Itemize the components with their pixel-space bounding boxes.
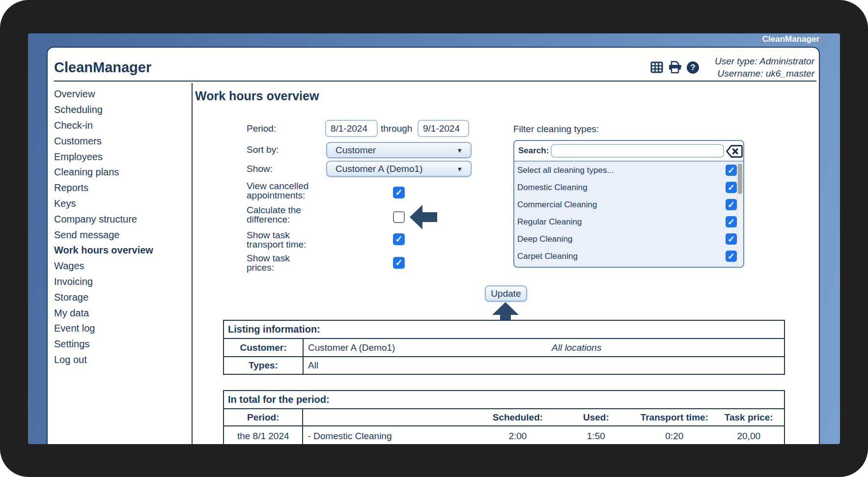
- filter-checkbox-regular-cleaning[interactable]: ✓: [726, 216, 737, 227]
- period-to-input[interactable]: [418, 120, 469, 137]
- totals-column-scheduled: Scheduled:: [478, 409, 557, 425]
- sidebar-item-work-hours-overview[interactable]: Work hours overview: [54, 243, 188, 258]
- app-title: CleanManager: [54, 59, 151, 76]
- table-grid-icon[interactable]: [650, 61, 663, 75]
- sidebar-item-settings[interactable]: Settings: [54, 337, 188, 352]
- totals-cell-transport: 0:20: [635, 426, 713, 444]
- search-input[interactable]: [551, 144, 724, 158]
- customer-label: Customer:: [224, 339, 304, 356]
- totals-column-used: Used:: [557, 409, 635, 425]
- user-info: User type: Administrator Username: uk6_m…: [715, 55, 814, 80]
- filter-item-regular-cleaning[interactable]: Regular Cleaning✓: [514, 213, 743, 230]
- sidebar-item-invoicing[interactable]: Invoicing: [54, 274, 188, 290]
- listing-title: Listing information:: [224, 321, 320, 338]
- totals-column-description: [303, 409, 478, 425]
- filter-item-label: Commercial Cleaning: [517, 200, 597, 210]
- show-label: Show:: [247, 164, 273, 173]
- chevron-down-icon: ▼: [456, 166, 463, 173]
- scrollbar-thumb[interactable]: [738, 164, 742, 194]
- calculate-difference-checkbox[interactable]: [393, 211, 405, 223]
- filter-panel: Search: Select all cleaning types...✓Dom…: [513, 140, 744, 268]
- sidebar-item-customers[interactable]: Customers: [54, 133, 188, 149]
- filter-checkbox-carpet-cleaning[interactable]: ✓: [726, 251, 737, 262]
- filter-item-label: Select all cleaning types...: [517, 166, 614, 175]
- sidebar-item-employees[interactable]: Employees: [54, 149, 188, 165]
- period-from-input[interactable]: [325, 120, 378, 137]
- sidebar-item-company-structure[interactable]: Company structure: [54, 211, 188, 227]
- filter-checkbox-domestic-cleaning[interactable]: ✓: [726, 182, 737, 193]
- sidebar-item-keys[interactable]: Keys: [54, 196, 188, 212]
- printer-icon[interactable]: [668, 61, 682, 76]
- filter-title: Filter cleaning types:: [513, 124, 599, 135]
- device-frame: CleanManager CleanManager: [0, 0, 868, 477]
- totals-title: In total for the period:: [224, 391, 330, 408]
- types-label: Types:: [224, 357, 304, 374]
- sidebar-item-wages[interactable]: Wages: [54, 258, 188, 274]
- app-window: CleanManager CleanManager: [28, 33, 840, 444]
- sort-by-label: Sort by:: [247, 145, 279, 154]
- update-button[interactable]: Update: [485, 285, 527, 302]
- help-glyph: ?: [690, 63, 695, 73]
- totals-cell-used: 1:50: [557, 426, 635, 444]
- filter-item-label: Domestic Cleaning: [517, 183, 588, 193]
- listing-information-table: Listing information: Customer: Customer …: [223, 320, 785, 375]
- sort-by-select[interactable]: Customer ▼: [326, 142, 472, 158]
- sidebar-item-event-log[interactable]: Event log: [54, 321, 188, 337]
- totals-table: In total for the period: Period:Schedule…: [223, 390, 785, 444]
- totals-column-task-price: Task price:: [714, 409, 784, 425]
- search-label: Search:: [518, 146, 549, 156]
- filter-item-deep-cleaning[interactable]: Deep Cleaning✓: [514, 230, 743, 248]
- filter-item-carpet-cleaning[interactable]: Carpet Cleaning✓: [514, 248, 743, 265]
- through-label: through: [381, 124, 412, 133]
- sidebar-item-check-in[interactable]: Check-in: [54, 118, 188, 134]
- username-text: Username: uk6_master: [715, 67, 814, 80]
- filter-item-select-all-cleaning-types[interactable]: Select all cleaning types...✓: [514, 162, 743, 179]
- listing-title-row: Listing information:: [224, 321, 784, 338]
- filter-item-label: Carpet Cleaning: [517, 252, 578, 261]
- show-transport-label: Show task transport time:: [247, 230, 306, 249]
- show-select[interactable]: Customer A (Demo1) ▼: [326, 161, 472, 177]
- user-type-text: User type: Administrator: [715, 55, 814, 67]
- period-label: Period:: [247, 124, 276, 133]
- filter-item-label: Deep Cleaning: [517, 234, 572, 244]
- filter-checkbox-select-all-cleaning-types[interactable]: ✓: [726, 165, 737, 176]
- sidebar-item-scheduling[interactable]: Scheduling: [54, 102, 188, 118]
- sidebar-item-my-data[interactable]: My data: [54, 305, 188, 321]
- sidebar-item-overview[interactable]: Overview: [54, 86, 188, 102]
- totals-cell-scheduled: 2:00: [478, 426, 557, 444]
- sidebar-item-cleaning-plans[interactable]: Cleaning plans: [54, 165, 188, 180]
- totals-data-row: the 8/1 2024- Domestic Cleaning2:001:500…: [224, 425, 784, 444]
- sidebar-separator: [192, 83, 193, 444]
- listing-customer-row: Customer: Customer A (Demo1) All locatio…: [224, 338, 784, 356]
- filter-search-row: Search:: [514, 141, 743, 162]
- help-icon[interactable]: ?: [687, 61, 699, 74]
- filter-item-domestic-cleaning[interactable]: Domestic Cleaning✓: [514, 179, 743, 196]
- customer-value: Customer A (Demo1): [304, 339, 395, 356]
- sidebar-item-storage[interactable]: Storage: [54, 289, 188, 305]
- totals-column-period: Period:: [224, 409, 303, 425]
- all-locations-note: All locations: [552, 339, 601, 356]
- totals-header-row: Period:Scheduled:Used:Transport time:Tas…: [224, 408, 784, 425]
- listing-types-row: Types: All: [224, 356, 784, 374]
- totals-cell-period: the 8/1 2024: [224, 426, 303, 444]
- filter-item-commercial-cleaning[interactable]: Commercial Cleaning✓: [514, 196, 743, 213]
- window-title: CleanManager: [762, 34, 819, 44]
- types-value: All: [304, 357, 318, 374]
- sidebar-item-log-out[interactable]: Log out: [54, 352, 188, 368]
- filter-checkbox-commercial-cleaning[interactable]: ✓: [726, 199, 737, 210]
- filter-scrollbar[interactable]: [737, 162, 742, 268]
- sidebar-item-send-message[interactable]: Send message: [54, 227, 188, 243]
- clear-search-icon[interactable]: [726, 144, 743, 160]
- sort-by-value: Customer: [336, 145, 376, 156]
- filter-checkbox-deep-cleaning[interactable]: ✓: [726, 233, 737, 245]
- calculate-difference-label: Calculate the difference:: [247, 205, 301, 224]
- totals-cell-description: - Domestic Cleaning: [303, 426, 478, 444]
- totals-column-transport-time: Transport time:: [635, 409, 713, 425]
- sidebar-item-reports[interactable]: Reports: [54, 180, 188, 196]
- pointer-left-arrow: [410, 205, 437, 229]
- content-panel: CleanManager: [47, 47, 820, 444]
- view-cancelled-checkbox[interactable]: ✓: [393, 187, 405, 198]
- show-transport-checkbox[interactable]: ✓: [393, 233, 405, 245]
- show-prices-checkbox[interactable]: ✓: [393, 257, 405, 269]
- sidebar-nav: OverviewSchedulingCheck-inCustomersEmplo…: [54, 86, 188, 367]
